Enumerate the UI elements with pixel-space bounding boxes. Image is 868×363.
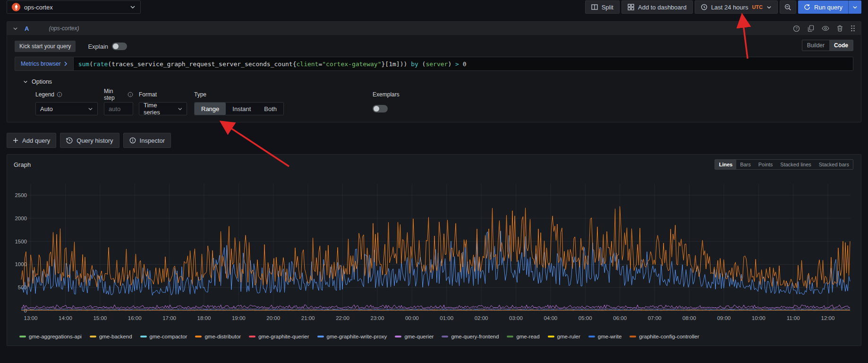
legend-item[interactable]: gme-query-frontend — [442, 334, 499, 339]
query-row-header[interactable]: A (ops-cortex) ? — [7, 22, 861, 35]
legend-label: Legend — [35, 91, 54, 98]
legend-series-name: gme-ruler — [557, 334, 580, 339]
query-token: ) — [448, 60, 451, 68]
legend-item[interactable]: gme-write — [588, 334, 621, 339]
legend-swatch — [90, 336, 96, 337]
svg-text:i: i — [130, 93, 131, 96]
query-editor-panel: A (ops-cortex) ? Kick start your query E… — [7, 21, 861, 122]
collapse-chevron-icon[interactable] — [13, 26, 18, 31]
drag-handle-icon[interactable] — [851, 25, 855, 32]
legend-swatch — [249, 336, 255, 337]
query-row-actions: ? — [793, 25, 855, 32]
zoom-out-button[interactable] — [780, 0, 796, 14]
editor-mode-builder[interactable]: Builder — [802, 40, 829, 51]
chevron-down-icon — [130, 4, 136, 10]
query-token: client — [296, 60, 318, 68]
legend-series-name: gme-graphite-write-proxy — [327, 334, 387, 339]
chart-legend: gme-aggregations-apigme-backendgme-compa… — [19, 331, 853, 342]
x-tick-label: 02:00 — [475, 315, 488, 321]
run-query-dropdown[interactable] — [848, 0, 861, 14]
split-button[interactable]: Split — [585, 0, 620, 14]
series-line-graphite-config-controller — [21, 310, 850, 311]
trash-icon[interactable] — [837, 25, 843, 32]
x-tick-label: 12:00 — [821, 315, 835, 321]
query-type-instant[interactable]: Instant — [226, 103, 257, 115]
query-type-both[interactable]: Both — [257, 103, 283, 115]
help-icon[interactable]: ? — [793, 25, 800, 32]
query-token: server — [425, 60, 448, 68]
query-history-button[interactable]: Query history — [60, 133, 119, 148]
grafana-explore: ops-cortex Split Add to dashboard Last 2… — [0, 0, 868, 346]
legend-item[interactable]: gme-aggregations-api — [19, 334, 82, 339]
y-tick-label: 1000 — [15, 261, 27, 267]
query-token: ( — [89, 60, 93, 68]
display-mode-stacked-lines[interactable]: Stacked lines — [776, 160, 815, 169]
x-tick-label: 23:00 — [371, 315, 384, 321]
duplicate-icon[interactable] — [808, 25, 814, 32]
header-actions: Split Add to dashboard Last 24 hours UTC… — [585, 0, 861, 14]
legend-series-name: gme-compactor — [150, 334, 187, 339]
query-token: rate — [93, 60, 108, 68]
promql-query-input[interactable]: sum(rate(traces_service_graph_request_se… — [73, 57, 853, 71]
display-mode-stacked-bars[interactable]: Stacked bars — [815, 160, 853, 169]
legend-swatch — [19, 336, 26, 337]
legend-item[interactable]: gme-read — [507, 334, 539, 339]
x-tick-label: 18:00 — [197, 315, 211, 321]
explain-toggle[interactable] — [112, 43, 127, 50]
timeseries-chart[interactable]: 0500100015002000250013:0014:0015:0016:00… — [14, 171, 853, 329]
display-mode-lines[interactable]: Lines — [715, 160, 736, 169]
add-query-button[interactable]: Add query — [7, 133, 56, 148]
legend-select[interactable]: Auto — [35, 102, 98, 115]
y-tick-label: 1500 — [15, 239, 27, 244]
query-token: > — [455, 60, 459, 68]
kick-start-query-button[interactable]: Kick start your query — [15, 41, 76, 52]
display-mode-bars[interactable]: Bars — [736, 160, 755, 169]
history-icon — [66, 137, 73, 144]
datasource-picker[interactable]: ops-cortex — [7, 0, 141, 14]
query-ref-id: A — [25, 25, 29, 32]
legend-item[interactable]: gme-querier — [395, 334, 434, 339]
legend-item[interactable]: graphite-config-controller — [630, 334, 699, 339]
legend-swatch — [195, 336, 202, 337]
options-collapse[interactable]: Options — [15, 78, 853, 85]
query-token — [407, 60, 411, 68]
y-tick-label: 2000 — [15, 216, 27, 221]
x-tick-label: 17:00 — [162, 315, 176, 321]
format-select[interactable]: Time series — [139, 102, 187, 115]
inspector-button[interactable]: Inspector — [123, 133, 171, 148]
query-token: )) — [400, 60, 408, 68]
legend-series-name: graphite-config-controller — [639, 334, 699, 339]
x-tick-label: 11:00 — [787, 315, 800, 321]
legend-item[interactable]: gme-graphite-write-proxy — [317, 334, 387, 339]
info-icon: i — [57, 92, 62, 97]
plus-icon — [13, 138, 18, 143]
legend-item[interactable]: gme-distributor — [195, 334, 241, 339]
timezone-label: UTC — [752, 4, 763, 10]
legend-item[interactable]: gme-compactor — [140, 334, 187, 339]
min-step-input[interactable] — [104, 102, 133, 115]
add-to-dashboard-button[interactable]: Add to dashboard — [621, 0, 693, 14]
x-tick-label: 01:00 — [440, 315, 453, 321]
prometheus-icon — [12, 3, 20, 11]
display-mode-points[interactable]: Points — [755, 160, 777, 169]
legend-series-name: gme-query-frontend — [451, 334, 499, 339]
query-token: } — [382, 60, 385, 68]
time-range-picker[interactable]: Last 24 hours UTC — [695, 0, 778, 14]
editor-mode-code[interactable]: Code — [829, 40, 853, 51]
x-tick-label: 06:00 — [613, 315, 627, 321]
legend-item[interactable]: gme-ruler — [548, 334, 580, 339]
eye-icon[interactable] — [822, 26, 829, 31]
zoom-out-icon — [784, 4, 791, 11]
info-circle-icon — [129, 137, 136, 144]
legend-item[interactable]: gme-backend — [90, 334, 132, 339]
legend-swatch — [140, 336, 147, 337]
run-query-button[interactable]: Run query — [798, 0, 861, 14]
x-tick-label: 08:00 — [682, 315, 696, 321]
chevron-right-icon — [64, 61, 68, 66]
legend-item[interactable]: gme-graphite-querier — [249, 334, 309, 339]
type-label: Type — [194, 91, 206, 98]
legend-series-name: gme-distributor — [204, 334, 241, 339]
query-type-range[interactable]: Range — [195, 103, 226, 115]
metrics-browser-button[interactable]: Metrics browser — [15, 57, 73, 71]
exemplars-toggle[interactable] — [373, 105, 388, 112]
